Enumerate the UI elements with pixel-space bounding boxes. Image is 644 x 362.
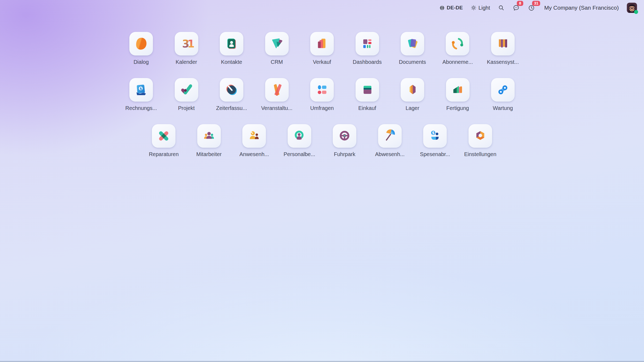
app-crm[interactable]: CRM: [265, 32, 289, 65]
app-invoicing[interactable]: $Rechnungs...: [125, 78, 157, 111]
expenses-icon: $: [423, 124, 447, 148]
recruitment-icon: [288, 124, 311, 148]
app-label-crm: CRM: [271, 59, 283, 65]
language-label: DE-DE: [447, 5, 463, 11]
app-dashboards[interactable]: Dashboards: [353, 32, 382, 65]
app-label-subscriptions: Abonneme...: [442, 59, 473, 65]
app-label-attendance: Anwesenh...: [239, 151, 269, 157]
app-label-calendar: Kalender: [175, 59, 197, 65]
language-menu[interactable]: DE-DE: [440, 5, 463, 11]
app-grid-cell: Veranstaltu...: [254, 78, 299, 111]
activities-button[interactable]: 31: [528, 4, 535, 12]
app-grid-cell: Dashboards: [345, 32, 390, 65]
app-label-purchase: Einkauf: [358, 105, 376, 111]
app-label-settings: Einstellungen: [464, 151, 496, 157]
app-pos[interactable]: Kassensyst...: [487, 32, 519, 65]
timesheets-icon: [220, 78, 243, 102]
app-grid-cell: 31Kalender: [164, 32, 209, 65]
maintenance-icon: [491, 78, 515, 102]
app-label-dashboards: Dashboards: [353, 59, 382, 65]
invoicing-icon: $: [129, 78, 153, 102]
theme-toggle[interactable]: Light: [471, 5, 490, 11]
top-status-bar: DE-DE Light 8 31 My Company: [0, 0, 644, 16]
user-avatar[interactable]: [627, 3, 637, 13]
app-grid-cell: Anwesenh...: [232, 124, 277, 157]
app-manufacturing[interactable]: Fertigung: [446, 78, 470, 111]
app-label-expenses: Spesenabr...: [420, 151, 450, 157]
app-grid-row: ReparaturenMitarbeiterAnwesenh...Persona…: [0, 124, 644, 157]
repair-icon: [152, 124, 175, 148]
surveys-icon: [310, 78, 334, 102]
app-label-events: Veranstaltu...: [261, 105, 292, 111]
app-sales[interactable]: Verkauf: [310, 32, 334, 65]
inventory-icon: [401, 78, 424, 102]
timeoff-icon: [378, 124, 402, 148]
online-status-dot: [634, 10, 638, 14]
app-purchase[interactable]: Einkauf: [356, 78, 379, 111]
messages-badge: 8: [517, 1, 523, 6]
app-calendar[interactable]: 31Kalender: [175, 32, 198, 65]
app-grid-cell: $Spesenabr...: [412, 124, 458, 157]
company-switcher[interactable]: My Company (San Francisco): [544, 5, 619, 11]
app-discuss[interactable]: Dialog: [129, 32, 153, 65]
crm-icon: [265, 32, 289, 56]
app-grid-cell: Personalbe...: [277, 124, 322, 157]
app-label-documents: Documents: [399, 59, 426, 65]
app-surveys[interactable]: Umfragen: [310, 78, 334, 111]
app-grid-cell: Wartung: [480, 78, 526, 111]
subscriptions-icon: [446, 32, 469, 56]
purchase-icon: [356, 78, 379, 102]
app-label-project: Projekt: [178, 105, 195, 111]
app-grid-cell: Kassensyst...: [480, 32, 526, 65]
app-inventory[interactable]: Lager: [401, 78, 424, 111]
app-grid-cell: Dialog: [119, 32, 164, 65]
app-grid-cell: Projekt: [164, 78, 209, 111]
app-grid-cell: Verkauf: [299, 32, 345, 65]
app-grid-cell: Einkauf: [345, 78, 390, 111]
app-grid-cell: Einstellungen: [458, 124, 503, 157]
app-subscriptions[interactable]: Abonneme...: [442, 32, 473, 65]
discuss-icon: [129, 32, 153, 56]
svg-text:$: $: [432, 131, 435, 135]
app-recruitment[interactable]: Personalbe...: [284, 124, 315, 157]
attendance-icon: [242, 124, 266, 148]
globe-icon: [440, 5, 445, 10]
app-label-invoicing: Rechnungs...: [125, 105, 157, 111]
app-grid-cell: Umfragen: [299, 78, 345, 111]
documents-icon: [401, 32, 424, 56]
app-label-maintenance: Wartung: [493, 105, 513, 111]
app-repair[interactable]: Reparaturen: [149, 124, 179, 157]
app-documents[interactable]: Documents: [399, 32, 426, 65]
app-attendance[interactable]: Anwesenh...: [239, 124, 269, 157]
app-project[interactable]: Projekt: [175, 78, 198, 111]
svg-text:$: $: [139, 87, 142, 91]
employees-icon: [197, 124, 221, 148]
app-label-timesheets: Zeiterfassu...: [216, 105, 247, 111]
app-label-discuss: Dialog: [134, 59, 149, 65]
activities-badge: 31: [532, 1, 540, 6]
app-label-recruitment: Personalbe...: [284, 151, 315, 157]
app-label-contacts: Kontakte: [221, 59, 242, 65]
messages-button[interactable]: 8: [513, 4, 520, 12]
app-grid-cell: Documents: [390, 32, 435, 65]
app-events[interactable]: Veranstaltu...: [261, 78, 292, 111]
app-expenses[interactable]: $Spesenabr...: [420, 124, 450, 157]
app-fleet[interactable]: Fuhrpark: [333, 124, 356, 157]
app-settings[interactable]: Einstellungen: [464, 124, 496, 157]
app-grid-row: $Rechnungs...ProjektZeiterfassu...Verans…: [0, 78, 644, 111]
events-icon: [265, 78, 289, 102]
app-contacts[interactable]: Kontakte: [220, 32, 243, 65]
sales-icon: [310, 32, 334, 56]
app-maintenance[interactable]: Wartung: [491, 78, 515, 111]
app-grid-cell: Zeiterfassu...: [209, 78, 254, 111]
fleet-icon: [333, 124, 356, 148]
app-timeoff[interactable]: Abwesenh...: [375, 124, 405, 157]
app-timesheets[interactable]: Zeiterfassu...: [216, 78, 247, 111]
app-grid-cell: $Rechnungs...: [119, 78, 164, 111]
settings-icon: [469, 124, 492, 148]
search-button[interactable]: [498, 5, 504, 11]
app-employees[interactable]: Mitarbeiter: [196, 124, 222, 157]
app-grid-cell: Fertigung: [435, 78, 480, 111]
app-label-pos: Kassensyst...: [487, 59, 519, 65]
dashboards-icon: [356, 32, 379, 56]
